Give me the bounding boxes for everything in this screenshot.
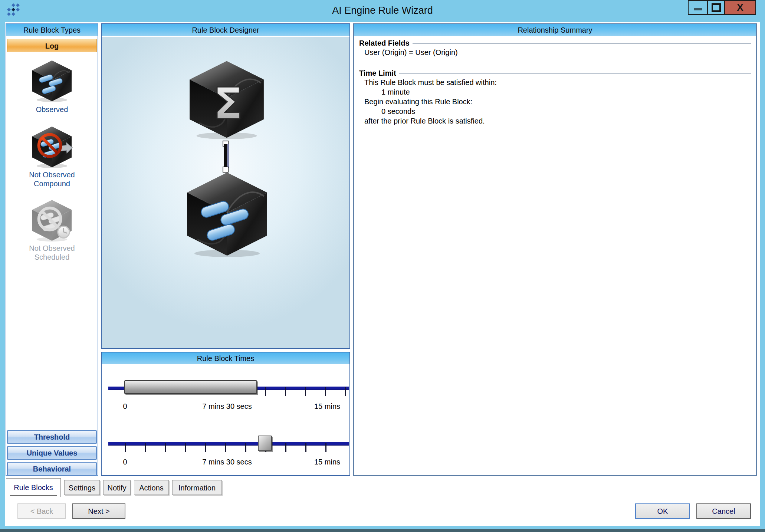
- tab-settings[interactable]: Settings: [64, 480, 100, 495]
- rule-block-times-panel: Rule Block Times 0 7 mins 30 secs 15 min…: [101, 352, 350, 476]
- tick-mark: [165, 443, 166, 452]
- tab-actions[interactable]: Actions: [134, 480, 169, 495]
- rule-block-designer-panel: Rule Block Designer Σ: [101, 23, 350, 349]
- next-button[interactable]: Next >: [72, 503, 125, 519]
- log-observed-rule-block-icon[interactable]: [177, 170, 277, 259]
- rule-type-not-observed-scheduled-label-2: Scheduled: [6, 253, 98, 262]
- tick-mark: [125, 443, 126, 452]
- time-limit-line-1: This Rule Block must be satisfied within…: [359, 78, 751, 87]
- window-title: AI Engine Rule Wizard: [0, 5, 765, 16]
- tick-mark: [325, 443, 326, 452]
- slider1-mid-label: 7 mins 30 secs: [190, 402, 264, 411]
- maximize-button[interactable]: [707, 0, 725, 15]
- cancel-button[interactable]: Cancel: [696, 503, 751, 519]
- relationship-summary-panel: Relationship Summary Related Fields User…: [353, 23, 757, 476]
- wizard-tab-bar: Rule Blocks Settings Notify Actions Info…: [6, 478, 225, 498]
- behavioral-category-button[interactable]: Behavioral: [7, 462, 97, 476]
- designer-canvas[interactable]: Σ: [102, 37, 349, 348]
- tick-mark: [345, 387, 346, 396]
- rule-type-observed-label: Observed: [6, 105, 98, 114]
- time-limit-slider: 0 7 mins 30 secs 15 mins: [102, 366, 349, 418]
- rule-block-times-header: Rule Block Times: [102, 352, 349, 365]
- rule-type-not-observed-compound-label-1: Not Observed: [6, 170, 98, 179]
- tick-mark: [285, 443, 286, 452]
- tab-notify[interactable]: Notify: [103, 480, 131, 495]
- tick-mark: [285, 387, 286, 396]
- time-limit-range-bar[interactable]: [124, 380, 257, 394]
- connector-bar: [224, 144, 229, 168]
- slider1-min-label: 0: [118, 402, 132, 411]
- rule-block-types-panel: Rule Block Types Log Observed: [6, 23, 98, 476]
- title-bar[interactable]: AI Engine Rule Wizard X: [0, 0, 765, 22]
- not-observed-compound-cube-icon: [29, 125, 75, 169]
- tick-mark: [145, 443, 146, 452]
- maximize-icon: [712, 3, 721, 12]
- tick-mark: [225, 443, 226, 452]
- client-area: Rule Block Types Log Observed: [5, 22, 760, 526]
- begin-evaluating-slider: 0 7 mins 30 secs 15 mins: [102, 421, 349, 473]
- slider2-min-label: 0: [118, 458, 132, 466]
- log-category-button[interactable]: Log: [7, 39, 97, 52]
- time-limit-line-4: 0 seconds: [359, 106, 751, 116]
- ok-button[interactable]: OK: [635, 503, 690, 519]
- rule-block-designer-header: Rule Block Designer: [102, 24, 349, 37]
- tick-mark: [245, 443, 246, 452]
- unique-values-category-button[interactable]: Unique Values: [7, 446, 97, 460]
- tick-mark: [325, 387, 326, 396]
- sigma-rule-block-icon[interactable]: Σ: [180, 58, 273, 141]
- not-observed-scheduled-cube-icon: [29, 198, 75, 242]
- tick-mark: [185, 443, 186, 452]
- rule-type-not-observed-compound[interactable]: Not Observed Compound: [6, 125, 98, 188]
- threshold-category-button[interactable]: Threshold: [7, 430, 97, 444]
- relationship-summary-header: Relationship Summary: [354, 24, 756, 37]
- svg-text:Σ: Σ: [213, 78, 243, 129]
- minimize-icon: [694, 8, 702, 10]
- rule-block-connector[interactable]: [221, 141, 232, 173]
- observed-cube-icon: [29, 59, 75, 103]
- related-fields-heading: Related Fields: [359, 39, 751, 47]
- back-button: < Back: [17, 503, 66, 519]
- window-controls: X: [688, 0, 756, 15]
- rule-block-types-header: Rule Block Types: [6, 24, 98, 37]
- tab-information[interactable]: Information: [172, 480, 222, 495]
- related-fields-value: User (Origin) = User (Origin): [359, 47, 751, 57]
- time-limit-line-3: Begin evaluating this Rule Block:: [359, 97, 751, 106]
- slider2-max-label: 15 mins: [305, 458, 349, 466]
- rule-type-not-observed-scheduled[interactable]: Not Observed Scheduled: [6, 198, 98, 262]
- slider1-max-label: 15 mins: [305, 402, 349, 411]
- time-limit-line-2: 1 minute: [359, 87, 751, 97]
- slider2-mid-label: 7 mins 30 secs: [190, 458, 264, 466]
- begin-evaluating-slider-thumb[interactable]: [258, 436, 272, 451]
- begin-evaluating-slider-track[interactable]: [108, 442, 349, 446]
- tick-mark: [265, 387, 266, 396]
- tick-mark: [305, 443, 306, 452]
- relationship-summary-content: Related Fields User (Origin) = User (Ori…: [354, 37, 756, 126]
- tick-mark: [205, 443, 206, 452]
- rule-type-observed[interactable]: Observed: [6, 59, 98, 114]
- rule-type-not-observed-scheduled-label-1: Not Observed: [6, 244, 98, 253]
- close-button[interactable]: X: [725, 0, 756, 15]
- tick-mark: [305, 387, 306, 396]
- window-bottom-edge: [0, 529, 765, 532]
- rule-type-not-observed-compound-label-2: Compound: [6, 179, 98, 188]
- minimize-button[interactable]: [688, 0, 707, 15]
- close-icon: X: [737, 2, 743, 13]
- tab-rule-blocks[interactable]: Rule Blocks: [6, 478, 61, 497]
- time-limit-line-5: after the prior Rule Block is satisfied.: [359, 116, 751, 126]
- time-limit-heading: Time Limit: [359, 69, 751, 78]
